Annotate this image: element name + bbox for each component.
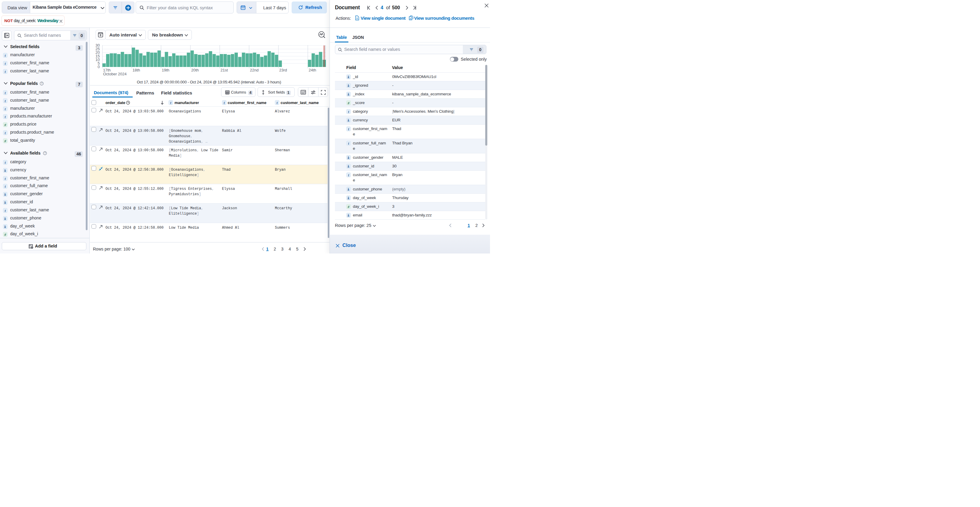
svg-text:?: ?	[41, 82, 43, 85]
svg-text:?: ?	[44, 151, 46, 155]
